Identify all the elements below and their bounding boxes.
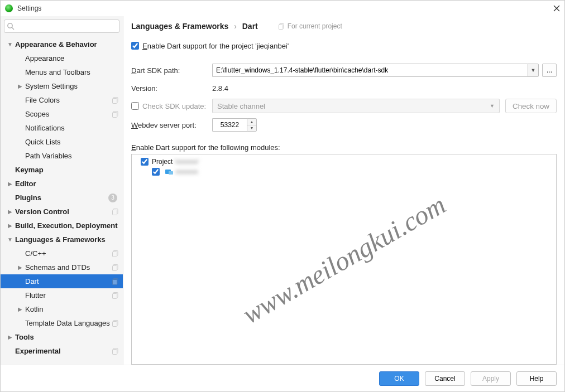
app-icon	[5, 4, 13, 12]
project-scope-icon	[278, 23, 285, 30]
sidebar-item-quick-lists[interactable]: Quick Lists	[1, 135, 123, 149]
sdk-path-label: Dart SDK path:	[131, 66, 212, 75]
chevron-down-icon[interactable]: ▼	[5, 236, 15, 243]
sidebar-item-scopes[interactable]: Scopes	[1, 107, 123, 121]
module-child-checkbox[interactable]	[152, 168, 160, 176]
sidebar-item-dart[interactable]: Dart	[1, 274, 123, 288]
modules-tree[interactable]: Project 'xxxxxxxx' xxxxxxxx www.meilongk…	[131, 154, 557, 365]
sidebar-item-label: Flutter	[25, 291, 112, 299]
module-project-label: Project 'xxxxxxxx'	[152, 158, 198, 166]
project-scope-icon	[112, 278, 119, 285]
sidebar-item-path-variables[interactable]: Path Variables	[1, 149, 123, 163]
sidebar-item-file-colors[interactable]: File Colors	[1, 93, 123, 107]
module-project-checkbox[interactable]	[141, 158, 149, 166]
sidebar-item-kotlin[interactable]: ▶Kotlin	[1, 302, 123, 316]
sdk-path-input[interactable]	[212, 64, 528, 77]
stepper-up-icon[interactable]: ▲	[247, 119, 256, 125]
project-scope-icon	[112, 250, 119, 258]
sidebar-item-label: Keymap	[15, 166, 119, 174]
sidebar-item-menus-and-toolbars[interactable]: Menus and Toolbars	[1, 65, 123, 79]
stepper-down-icon[interactable]: ▼	[247, 125, 256, 132]
watermark: www.meilongkui.com	[237, 189, 451, 330]
svg-rect-15	[113, 293, 117, 298]
sidebar-item-appearance[interactable]: Appearance	[1, 51, 123, 65]
chevron-right-icon[interactable]: ▶	[15, 306, 25, 312]
sidebar-item-version-control[interactable]: ▶Version Control	[1, 205, 123, 219]
settings-tree[interactable]: ▼Appearance & BehaviorAppearanceMenus an…	[1, 36, 123, 365]
cancel-button[interactable]: Cancel	[425, 371, 465, 386]
sidebar-item-plugins[interactable]: Plugins3	[1, 191, 123, 205]
project-scope-icon	[112, 96, 119, 104]
enable-dart-label: Enable Dart support for the project 'jie…	[142, 42, 289, 50]
titlebar: Settings	[1, 1, 564, 16]
sidebar-item-label: Version Control	[15, 207, 112, 216]
sidebar-item-experimental[interactable]: Experimental	[1, 344, 123, 358]
sidebar-item-label: Appearance	[25, 54, 119, 62]
svg-rect-11	[113, 265, 117, 270]
project-scope-icon	[112, 292, 119, 299]
sidebar-item-notifications[interactable]: Notifications	[1, 121, 123, 135]
sidebar-item-schemas-and-dtds[interactable]: ▶Schemas and DTDs	[1, 260, 123, 274]
sidebar-item-editor[interactable]: ▶Editor	[1, 177, 123, 191]
module-child-label: xxxxxxxx	[175, 168, 198, 176]
sidebar-item-tools[interactable]: ▶Tools	[1, 330, 123, 344]
close-icon[interactable]	[553, 5, 560, 12]
sidebar-item-flutter[interactable]: Flutter	[1, 288, 123, 302]
sidebar-badge: 3	[108, 193, 117, 202]
check-sdk-update-checkbox[interactable]	[131, 102, 139, 110]
svg-rect-23	[169, 171, 173, 175]
chevron-right-icon[interactable]: ▶	[5, 181, 15, 187]
ok-button[interactable]: OK	[379, 371, 419, 386]
sdk-path-browse-button[interactable]: ...	[542, 64, 557, 77]
check-now-button[interactable]: Check now	[505, 99, 557, 113]
webdev-port-input[interactable]	[212, 118, 247, 132]
dialog-footer: OK Cancel Apply Help	[1, 365, 564, 391]
enable-dart-checkbox[interactable]	[131, 42, 139, 50]
svg-rect-19	[113, 349, 117, 354]
project-scope-icon	[112, 320, 119, 327]
project-scope-icon	[112, 347, 119, 355]
chevron-right-icon[interactable]: ▶	[5, 222, 15, 229]
sidebar-item-label: Scopes	[25, 110, 112, 118]
sidebar-item-label: Editor	[15, 180, 119, 188]
sidebar-item-label: Appearance & Behavior	[15, 40, 119, 49]
svg-rect-21	[279, 25, 282, 29]
sidebar-item-c-c[interactable]: C/C++	[1, 246, 123, 260]
sidebar-item-label: File Colors	[25, 96, 112, 104]
sidebar-item-system-settings[interactable]: ▶System Settings	[1, 79, 123, 93]
webdev-port-stepper[interactable]: ▲ ▼	[212, 118, 257, 132]
scope-hint: For current project	[278, 22, 342, 30]
sidebar-item-label: System Settings	[25, 82, 119, 90]
svg-rect-5	[113, 112, 117, 117]
chevron-right-icon[interactable]: ▶	[5, 209, 15, 215]
svg-rect-17	[113, 321, 117, 326]
sidebar-item-keymap[interactable]: Keymap	[1, 163, 123, 177]
sidebar-item-label: Dart	[25, 277, 112, 285]
webdev-port-label: Webdev server port:	[131, 121, 212, 129]
chevron-down-icon[interactable]: ▼	[5, 41, 15, 47]
sidebar-item-languages-frameworks[interactable]: ▼Languages & Frameworks	[1, 233, 123, 246]
search-input[interactable]	[4, 20, 119, 33]
breadcrumb-parent[interactable]: Languages & Frameworks	[131, 22, 228, 31]
chevron-right-icon[interactable]: ▶	[15, 264, 25, 270]
project-scope-icon	[112, 110, 119, 118]
chevron-down-icon: ▼	[490, 103, 495, 109]
svg-rect-13	[113, 279, 117, 284]
svg-point-0	[8, 23, 12, 28]
sdk-path-dropdown[interactable]: ▼	[528, 64, 539, 77]
sidebar-item-build-execution-deployment[interactable]: ▶Build, Execution, Deployment	[1, 219, 123, 233]
sidebar-item-label: Quick Lists	[25, 138, 119, 146]
sidebar-item-label: Kotlin	[25, 305, 119, 313]
sidebar-item-label: Build, Execution, Deployment	[15, 221, 119, 230]
update-channel-select[interactable]: Stable channel ▼	[212, 99, 500, 113]
chevron-right-icon[interactable]: ▶	[15, 83, 25, 89]
help-button[interactable]: Help	[516, 371, 557, 386]
main-panel: Languages & Frameworks › Dart For curren…	[123, 16, 564, 365]
chevron-right-icon[interactable]: ▶	[5, 334, 15, 340]
apply-button[interactable]: Apply	[471, 371, 511, 386]
search-icon	[7, 22, 15, 30]
sidebar-item-template-data-languages[interactable]: Template Data Languages	[1, 316, 123, 330]
sidebar-item-appearance-behavior[interactable]: ▼Appearance & Behavior	[1, 37, 123, 51]
breadcrumb-current: Dart	[242, 22, 258, 31]
settings-sidebar: ▼Appearance & BehaviorAppearanceMenus an…	[1, 16, 123, 365]
